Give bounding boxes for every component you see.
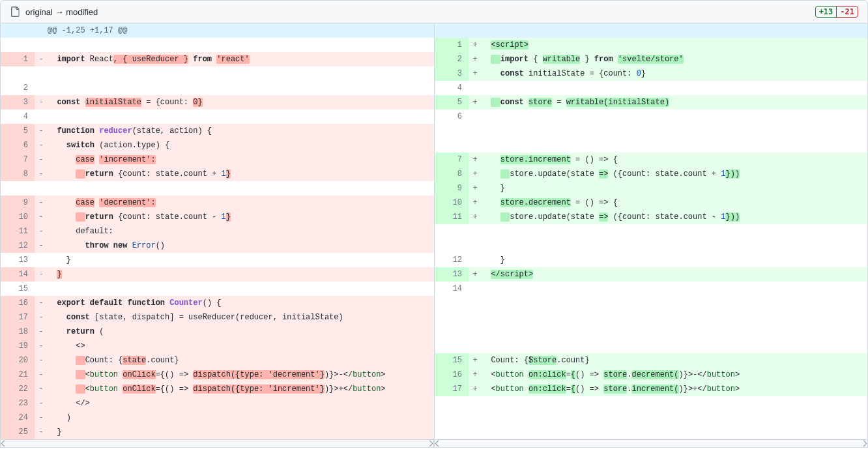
diff-line (435, 224, 867, 239)
diff-line: 17- const [state, dispatch] = useReducer… (1, 310, 434, 325)
diff-line: 14- } (1, 267, 434, 282)
diff-line: 22- <button onClick={() => dispatch({typ… (1, 382, 434, 396)
diff-right-column[interactable]: 1+ <script>2+ import { writable } from '… (434, 23, 868, 440)
diff-line (1, 66, 434, 81)
diff-line: 18- return ( (1, 325, 434, 339)
diff-line: 23- </> (1, 396, 434, 411)
diff-line: 8+ store.update(state => ({count: state.… (435, 167, 867, 181)
diff-line (435, 425, 867, 439)
file-icon (10, 7, 20, 17)
diff-line: 13+ </script> (435, 267, 867, 282)
scrollbar-left[interactable] (0, 440, 434, 448)
diff-line: 1+ <script> (435, 38, 867, 52)
diff-line: 9+ } (435, 181, 867, 196)
diff-line: 24- ) (1, 411, 434, 425)
diff-line: 19- <> (1, 339, 434, 353)
diff-line: 10- return {count: state.count - 1} (1, 210, 434, 224)
diff-stats: +13 -21 (815, 6, 858, 18)
diff-line (435, 239, 867, 253)
diff-line: 6- switch (action.type) { (1, 138, 434, 152)
diff-line: 6 (435, 109, 867, 124)
diff-line (435, 124, 867, 138)
diff-line: 4 (435, 81, 867, 95)
diff-line: 14 (435, 282, 867, 296)
diff-line (1, 181, 434, 196)
diff-line: 11- default: (1, 224, 434, 239)
diff-line: 13 } (1, 253, 434, 267)
diff-line: 15 (1, 282, 434, 296)
diff-line: 10+ store.decrement = () => { (435, 196, 867, 210)
diff-line: 8- return {count: state.count + 1} (1, 167, 434, 181)
diff-line: 20- Count: {state.count} (1, 353, 434, 368)
diff-line (435, 339, 867, 353)
diff-line (435, 411, 867, 425)
diff-left-column[interactable]: @@ -1,25 +1,17 @@1- import React, { useR… (0, 23, 434, 440)
diff-line: 25- } (1, 425, 434, 439)
hunk-header (435, 23, 867, 38)
diff-line: 4 (1, 109, 434, 124)
diff-line (435, 325, 867, 339)
diff-line: 3+ const initialState = {count: 0} (435, 66, 867, 81)
diff-line: 12 } (435, 253, 867, 267)
diff-line: 16+ <button on:click={() => store.decrem… (435, 368, 867, 382)
diff-line: 2+ import { writable } from 'svelte/stor… (435, 52, 867, 66)
diff-line (1, 38, 434, 52)
diff-line (435, 296, 867, 310)
diff-line: 7- case 'increment': (1, 152, 434, 167)
diff-line: 7+ store.increment = () => { (435, 152, 867, 167)
scrollbar-right[interactable] (434, 440, 868, 448)
diff-line (435, 138, 867, 152)
additions-badge: +13 (815, 6, 837, 18)
diff-line: 9- case 'decrement': (1, 196, 434, 210)
diff-line: 5- function reducer(state, action) { (1, 124, 434, 138)
deletions-badge: -21 (836, 6, 858, 18)
diff-title: original → modified (25, 7, 98, 17)
diff-line: 12- throw new Error() (1, 239, 434, 253)
diff-line: 17+ <button on:click={() => store.increm… (435, 382, 867, 396)
diff-line: 5+ const store = writable(initialState) (435, 95, 867, 109)
diff-line (435, 396, 867, 411)
diff-line: 21- <button onClick={() => dispatch({typ… (1, 368, 434, 382)
diff-line (435, 310, 867, 325)
diff-line: 3- const initialState = {count: 0} (1, 95, 434, 109)
diff-line: 15+ Count: {$store.count} (435, 353, 867, 368)
diff-grid: @@ -1,25 +1,17 @@1- import React, { useR… (0, 23, 868, 440)
hunk-header: @@ -1,25 +1,17 @@ (1, 23, 434, 38)
diff-line: 16- export default function Counter() { (1, 296, 434, 310)
diff-line: 2 (1, 81, 434, 95)
diff-line: 11+ store.update(state => ({count: state… (435, 210, 867, 224)
diff-header: original → modified +13 -21 (0, 0, 868, 23)
diff-line: 1- import React, { useReducer } from 're… (1, 52, 434, 66)
